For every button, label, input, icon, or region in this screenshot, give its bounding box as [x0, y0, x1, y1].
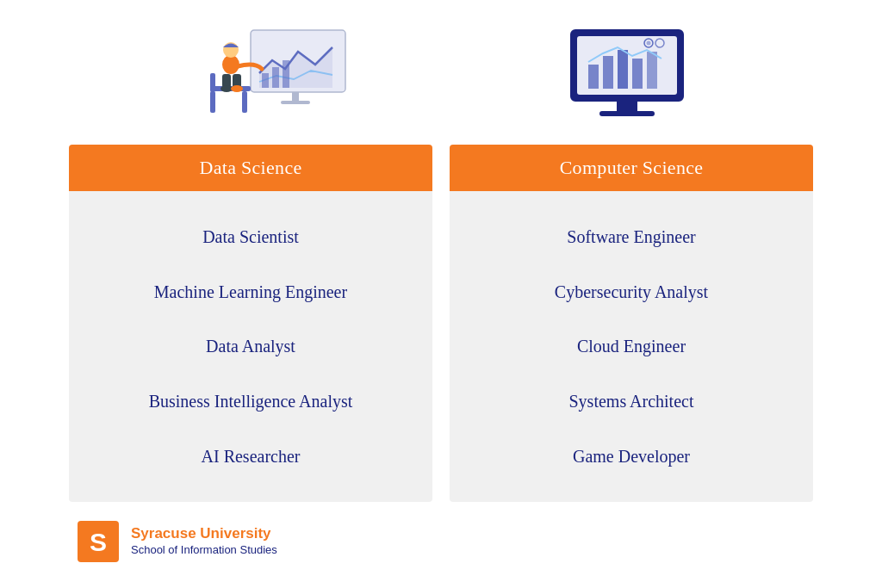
computer-science-illustration [558, 26, 679, 129]
svg-rect-6 [281, 101, 310, 104]
list-item: Game Developer [573, 438, 690, 474]
computer-science-header: Computer Science [450, 145, 813, 191]
list-item: Cybersecurity Analyst [555, 274, 708, 310]
illustrations-row [69, 26, 813, 129]
svg-point-25 [647, 41, 651, 46]
list-item: Machine Learning Engineer [154, 274, 347, 310]
university-name: Syracuse University [131, 525, 277, 542]
svg-rect-23 [647, 52, 657, 89]
computer-science-column: Computer Science Software Engineer Cyber… [450, 145, 813, 502]
svg-rect-4 [283, 60, 289, 88]
svg-rect-8 [210, 91, 215, 113]
footer-text: Syracuse University School of Informatio… [131, 525, 277, 557]
svg-rect-19 [588, 65, 599, 89]
data-science-column: Data Science Data Scientist Machine Lear… [69, 145, 432, 502]
svg-rect-5 [292, 92, 299, 101]
svg-rect-10 [210, 73, 215, 92]
svg-rect-3 [272, 67, 279, 88]
svg-text:S: S [90, 528, 107, 556]
svg-rect-9 [242, 91, 247, 113]
svg-rect-22 [632, 59, 643, 89]
school-name: School of Information Studies [131, 543, 277, 558]
list-item: Business Intelligence Analyst [149, 383, 353, 419]
list-item: Systems Architect [569, 383, 694, 419]
svg-rect-21 [618, 50, 628, 89]
svg-rect-27 [617, 101, 637, 111]
list-item: Cloud Engineer [577, 328, 686, 364]
svg-point-15 [220, 85, 233, 92]
svg-rect-20 [603, 56, 613, 89]
columns-container: Data Science Data Scientist Machine Lear… [69, 145, 813, 502]
svg-point-16 [231, 85, 243, 92]
list-item: AI Researcher [202, 438, 301, 474]
footer: S Syracuse University School of Informat… [69, 521, 813, 562]
su-logo-icon: S [78, 521, 119, 562]
data-science-header: Data Science [69, 145, 432, 191]
svg-rect-28 [599, 111, 655, 116]
list-item: Data Analyst [206, 328, 295, 364]
computer-science-body: Software Engineer Cybersecurity Analyst … [450, 191, 813, 502]
data-science-body: Data Scientist Machine Learning Engineer… [69, 191, 432, 502]
page: Data Science Data Scientist Machine Lear… [0, 0, 882, 588]
data-science-illustration [203, 26, 341, 129]
list-item: Software Engineer [567, 219, 695, 255]
svg-rect-2 [262, 73, 269, 88]
list-item: Data Scientist [202, 219, 299, 255]
